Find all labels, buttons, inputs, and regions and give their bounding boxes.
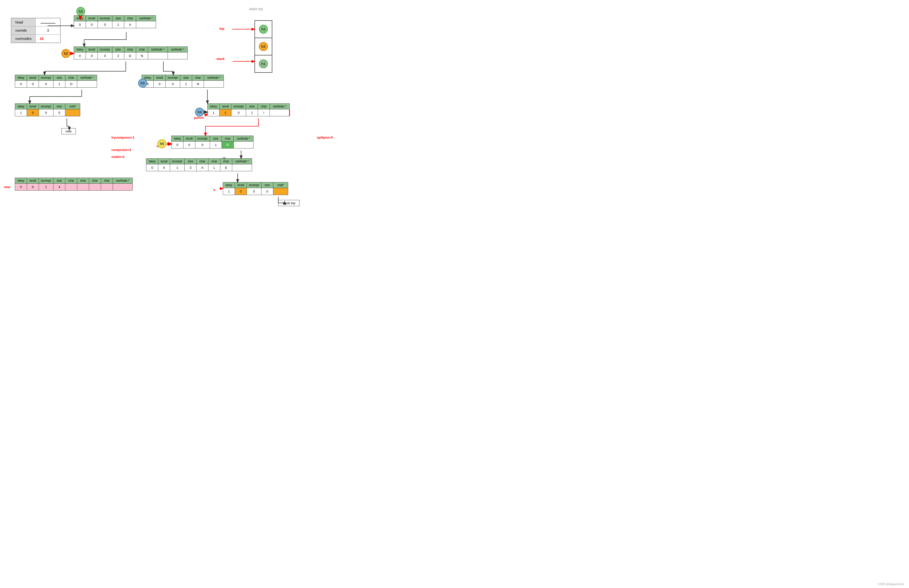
table-new-node: iskey isnull iscompr size char char char…: [15, 178, 133, 191]
table-h-leaf: iskey isnull iscompr size void* 1 0 0 0: [223, 182, 288, 195]
table-parent-node: iskey isnull iscompr size char raxNode *…: [207, 103, 290, 116]
new-label: new: [4, 185, 10, 189]
watermark: CSDN @happytree01: [878, 583, 904, 586]
badge-stack-h1: h1: [259, 60, 268, 68]
head-value: [36, 18, 60, 26]
table-o-node: iskey isnull iscompr size char raxNode *…: [15, 75, 97, 87]
badge-h3-top: h3: [76, 7, 85, 16]
value-box-right: stack top: [278, 200, 299, 206]
badge-h3-mid: h3: [138, 79, 147, 87]
h-label: h: [214, 188, 215, 192]
numele-value: 3: [36, 26, 60, 35]
info-box: head numele 3 numnodes 10: [11, 18, 61, 43]
badge-stack-h2: h2: [259, 42, 268, 51]
badge-h5: h5: [157, 139, 167, 148]
table-h5-node: iskey isnull iscompr size char raxNode *…: [171, 136, 254, 149]
table-ale-node: iskey isnull iscompr size char char char…: [146, 158, 252, 171]
stack-box: h3 h2 h1: [254, 20, 272, 73]
badge-stack-h3: h3: [259, 25, 268, 34]
table-n-node: iskey isnull iscompr size char raxNode *…: [142, 75, 224, 87]
cp-label: cp: [222, 156, 226, 160]
badge-h4: h4: [195, 108, 204, 116]
numele-label: numele: [11, 26, 36, 35]
diagram-container: head numele 3 numnodes 10 h3 iskey isnul…: [0, 0, 909, 588]
numnodes-value: 10: [36, 35, 60, 43]
splitpos-label: splitpos=0: [317, 136, 333, 139]
stack-cell-h2: h2: [255, 38, 272, 55]
table-h2-node: iskey isnull iscompr size char char raxN…: [74, 47, 188, 60]
svg-line-5: [204, 114, 207, 116]
comprsize-label: comprsize=4: [112, 148, 131, 152]
stack-label: stack: [216, 57, 225, 61]
value-box-left: new: [61, 128, 76, 134]
table-left-leaf: iskey isnull iscompr size void* 1 0 0 0: [15, 103, 80, 116]
arrows-svg: [0, 0, 909, 588]
top-label: top: [219, 27, 224, 31]
stack-cell-h1: h1: [255, 55, 272, 73]
stack-cell-h3: h3: [255, 21, 272, 38]
nodes-label: nodes=2: [112, 155, 125, 158]
stack-top-annotation: stack top: [249, 7, 263, 11]
numnodes-label: numnodes: [11, 35, 36, 43]
table-top-node: iskey isnull iscompr size char raxNode *…: [74, 15, 156, 28]
trycompress-label: trycompress=1: [112, 136, 134, 139]
badge-h2: h2: [61, 49, 70, 58]
head-label: head: [11, 18, 36, 26]
